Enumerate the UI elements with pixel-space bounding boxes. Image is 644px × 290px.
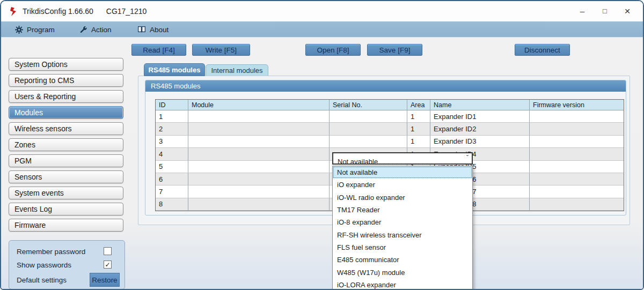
table-cell[interactable]	[530, 185, 624, 198]
table-cell[interactable]	[188, 185, 330, 198]
dropdown-option-io-expander[interactable]: iO expander	[333, 179, 472, 191]
chevron-down-icon[interactable]: ˇ	[466, 154, 469, 162]
table-cell[interactable]	[530, 136, 624, 148]
table-cell[interactable]	[530, 161, 624, 173]
table-cell[interactable]	[188, 148, 330, 160]
dropdown-option-not-available[interactable]: Not available	[333, 166, 472, 179]
row-id-cell: 5	[156, 161, 188, 173]
title-bar: TrikdisConfig 1.66.60 CG17_1210 – □ ×	[1, 1, 643, 21]
tab-internal-modules[interactable]: Internal modules	[206, 64, 268, 76]
table-cell[interactable]	[188, 123, 330, 135]
table-cell[interactable]	[530, 173, 624, 185]
book-icon	[137, 26, 146, 33]
table-cell[interactable]	[188, 198, 330, 211]
table-cell[interactable]	[330, 123, 407, 135]
table-cell[interactable]	[530, 123, 624, 135]
dropdown-option-io-lora-expander[interactable]: iO-LORA expander	[333, 279, 472, 290]
column-header: ID	[156, 100, 188, 110]
module-dropdown-list: Not availableiO expanderiO-WL radio expa…	[332, 166, 473, 290]
window-title: TrikdisConfig 1.66.60	[23, 7, 93, 16]
table-cell[interactable]: Expander ID2	[430, 123, 530, 135]
wrench-icon	[79, 26, 87, 34]
app-window: TrikdisConfig 1.66.60 CG17_1210 – □ ×	[0, 0, 644, 290]
sidebar-item-pgm[interactable]: PGM	[9, 154, 123, 167]
show-passwords-label: Show passwords	[17, 261, 71, 269]
sidebar-item-zones[interactable]: Zones	[9, 138, 123, 151]
sidebar-item-modules[interactable]: Modules	[9, 106, 123, 119]
dropdown-option-w485-w17u-module[interactable]: W485 (W17u) module	[333, 266, 472, 278]
table-cell[interactable]: 1	[407, 123, 430, 135]
row-id-cell: 6	[156, 173, 188, 185]
dropdown-option-tm17-reader[interactable]: TM17 Reader	[333, 204, 472, 216]
row-id-cell: 1	[156, 110, 188, 123]
table-cell[interactable]	[188, 161, 330, 173]
table-cell[interactable]	[188, 173, 330, 185]
column-header: Name	[430, 100, 530, 110]
sidebar-item-sensors[interactable]: Sensors	[9, 170, 123, 183]
sidebar-item-system-options[interactable]: System Options	[9, 58, 123, 71]
table-cell[interactable]: Expander ID1	[430, 110, 530, 123]
rs485-group-box: RS485 modules IDModuleSerial No.AreaName…	[145, 80, 626, 215]
menu-item-label: About	[150, 26, 169, 34]
dropdown-option-e485-communicator[interactable]: E485 communicator	[333, 254, 472, 266]
menu-item-program[interactable]: Program	[15, 21, 55, 38]
menu-item-action[interactable]: Action	[79, 21, 112, 38]
restore-button[interactable]: Restore	[90, 273, 120, 287]
menu-item-label: Program	[27, 26, 55, 34]
sidebar-item-events-log[interactable]: Events Log	[9, 203, 123, 215]
dropdown-option-rf-sh-wireless-transceiver[interactable]: RF-SH wireless transceiver	[333, 228, 472, 241]
app-logo-icon	[10, 7, 18, 16]
sidebar-item-users-reporting[interactable]: Users & Reporting	[9, 90, 123, 103]
dropdown-option-fls-fuel-sensor[interactable]: FLS fuel sensor	[333, 241, 472, 254]
read-button[interactable]: Read [F4]	[131, 44, 186, 56]
sidebar-item-firmware[interactable]: Firmware	[9, 219, 123, 232]
menu-item-about[interactable]: About	[137, 21, 169, 38]
table-cell[interactable]: Expander ID3	[430, 136, 530, 148]
menu-bar: Program Action About	[1, 21, 643, 38]
window-subtitle: CG17_1210	[106, 7, 147, 16]
password-options-panel: Remember password Show passwords ✓ Defau…	[9, 240, 125, 289]
minimize-icon[interactable]: –	[571, 2, 594, 20]
module-combobox[interactable]: Not available ˇ	[332, 152, 473, 165]
gear-icon	[15, 26, 23, 34]
table-cell[interactable]	[188, 110, 330, 123]
table-cell[interactable]	[530, 198, 624, 211]
tab-content-panel: RS485 modules IDModuleSerial No.AreaName…	[138, 76, 630, 225]
table-cell[interactable]	[530, 148, 624, 160]
table-cell[interactable]	[530, 110, 624, 123]
row-id-cell: 8	[156, 198, 188, 211]
group-box-title: RS485 modules	[145, 80, 626, 92]
content-area: Read [F4] Write [F5] Open [F8] Save [F9]…	[1, 38, 643, 290]
default-settings-label: Default settings	[17, 276, 67, 284]
maximize-icon[interactable]: □	[594, 2, 616, 20]
table-cell[interactable]	[330, 136, 407, 148]
table-cell[interactable]: 1	[407, 136, 430, 148]
remember-password-checkbox[interactable]	[104, 247, 112, 255]
table-cell[interactable]	[330, 110, 407, 123]
disconnect-button[interactable]: Disconnect	[515, 44, 570, 56]
dropdown-option-io-8-expander[interactable]: iO-8 expander	[333, 216, 472, 228]
show-passwords-checkbox[interactable]: ✓	[104, 261, 112, 269]
row-id-cell: 4	[156, 148, 188, 160]
combobox-value: Not available	[338, 158, 378, 165]
open-button[interactable]: Open [F8]	[305, 44, 361, 56]
column-header: Module	[188, 100, 330, 110]
menu-item-label: Action	[91, 26, 112, 34]
row-id-cell: 7	[156, 185, 188, 198]
sidebar-item-reporting-to-cms[interactable]: Reporting to CMS	[9, 74, 123, 87]
row-id-cell: 3	[156, 136, 188, 148]
tab-rs485-modules[interactable]: RS485 modules	[144, 63, 205, 76]
close-icon[interactable]: ×	[616, 2, 639, 20]
row-id-cell: 2	[156, 123, 188, 135]
sidebar-item-wireless-sensors[interactable]: Wireless sensors	[9, 122, 123, 135]
table-cell[interactable]	[188, 136, 330, 148]
dropdown-option-io-wl-radio-expander[interactable]: iO-WL radio expander	[333, 191, 472, 204]
table-cell[interactable]: 1	[407, 110, 430, 123]
column-header: Area	[407, 100, 430, 110]
sidebar-item-system-events[interactable]: System events	[9, 187, 123, 199]
save-button[interactable]: Save [F9]	[367, 44, 422, 56]
column-header: Firmware version	[530, 100, 624, 110]
remember-password-label: Remember password	[17, 248, 85, 256]
column-header: Serial No.	[330, 100, 407, 110]
write-button[interactable]: Write [F5]	[192, 44, 250, 56]
